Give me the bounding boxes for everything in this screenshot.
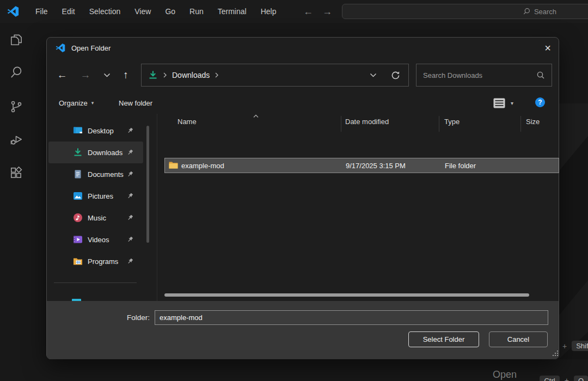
help-glyph: ? <box>538 99 542 106</box>
search-view-icon[interactable] <box>9 65 23 79</box>
pin-icon[interactable] <box>126 236 134 243</box>
pin-icon[interactable] <box>126 170 134 178</box>
address-dropdown-icon[interactable] <box>370 73 377 78</box>
dialog-search-box <box>416 64 552 87</box>
command-search-label: Search <box>534 8 556 16</box>
organize-button[interactable]: Organize ▾ <box>59 93 94 113</box>
view-mode-button[interactable]: ▾ <box>493 93 513 113</box>
downloads-location-icon <box>148 70 158 80</box>
column-header-type[interactable]: Type <box>444 118 460 126</box>
sidebar-item-label: Pictures <box>88 192 113 200</box>
plus-separator: + <box>565 376 569 381</box>
close-icon[interactable]: × <box>538 38 557 58</box>
details-view-icon <box>493 98 505 108</box>
open-file-label[interactable]: Open File <box>493 369 535 381</box>
sidebar-item-music[interactable]: Music <box>48 207 143 229</box>
sidebar-item-documents[interactable]: Documents <box>48 163 143 185</box>
nav-up-icon[interactable]: ↑ <box>119 64 133 87</box>
breadcrumb-downloads[interactable]: Downloads <box>172 71 210 79</box>
menu-terminal[interactable]: Terminal <box>211 0 254 23</box>
search-downloads-input[interactable] <box>416 71 536 79</box>
sidebar-item-desktop[interactable]: Desktop <box>48 120 143 142</box>
refresh-icon[interactable] <box>390 70 401 81</box>
history-forward-icon[interactable]: → <box>320 0 334 23</box>
menu-help[interactable]: Help <box>254 0 284 23</box>
sidebar-item-label: Videos <box>88 236 109 244</box>
open-folder-dialog: Open Folder × ← → ↑ Downloads <box>46 37 559 359</box>
activity-bar <box>0 23 33 381</box>
column-separator[interactable] <box>341 116 341 132</box>
nav-forward-icon[interactable]: → <box>78 64 93 87</box>
menu-selection[interactable]: Selection <box>82 0 128 23</box>
help-button[interactable]: ? <box>535 97 545 107</box>
welcome-shortcut-partial: + Shif <box>562 341 588 351</box>
nav-recent-chevron-icon[interactable] <box>100 64 114 87</box>
chevron-right-icon <box>163 72 167 78</box>
command-search-box[interactable]: Search <box>342 4 588 19</box>
kbd-ctrl: Ctrl <box>540 376 559 381</box>
chevron-down-icon: ▾ <box>511 100 513 106</box>
pin-icon[interactable] <box>126 257 134 265</box>
resize-grip[interactable] <box>552 349 559 357</box>
sidebar-item-downloads[interactable]: Downloads <box>48 142 143 163</box>
folder-name-input[interactable] <box>155 310 548 325</box>
organize-label: Organize <box>59 99 88 107</box>
menu-bar: File Edit Selection View Go Run Terminal… <box>28 0 283 23</box>
nav-back-icon[interactable]: ← <box>55 64 69 87</box>
vscode-logo-icon <box>7 5 19 17</box>
column-separator[interactable] <box>439 116 439 132</box>
sort-ascending-icon[interactable] <box>253 114 259 118</box>
column-header-name[interactable]: Name <box>177 118 197 126</box>
sidebar-item-label: Desktop <box>88 127 114 135</box>
menu-run[interactable]: Run <box>182 0 211 23</box>
column-header-date-modified[interactable]: Date modified <box>345 118 389 126</box>
pin-icon[interactable] <box>126 214 134 222</box>
folder-icon <box>169 161 178 169</box>
sidebar-item-programs[interactable]: Programs <box>48 250 143 272</box>
new-folder-button[interactable]: New folder <box>119 93 152 113</box>
address-bar[interactable]: Downloads <box>141 64 409 87</box>
explorer-icon[interactable] <box>9 33 23 47</box>
run-debug-icon[interactable] <box>9 132 23 146</box>
vscode-watermark <box>559 103 588 359</box>
extensions-icon[interactable] <box>9 166 23 180</box>
file-date-modified: 9/17/2025 3:15 PM <box>346 162 406 170</box>
folder-field-label: Folder: <box>127 314 150 322</box>
file-row-example-mod[interactable]: example-mod 9/17/2025 3:15 PM File folde… <box>164 158 559 173</box>
menu-edit[interactable]: Edit <box>55 0 82 23</box>
chevron-right-icon[interactable] <box>215 72 219 78</box>
downloads-icon <box>73 148 83 157</box>
dialog-titlebar[interactable]: Open Folder × <box>47 38 559 58</box>
sidebar-item-label: Music <box>88 214 106 222</box>
sidebar-item-label: Downloads <box>88 149 122 157</box>
plus-separator: + <box>562 342 567 351</box>
column-header-size[interactable]: Size <box>526 118 540 126</box>
cancel-button[interactable]: Cancel <box>489 331 548 347</box>
menu-go[interactable]: Go <box>158 0 182 23</box>
search-icon <box>523 8 530 15</box>
screen: File Edit Selection View Go Run Terminal… <box>0 0 588 381</box>
file-name: example-mod <box>181 162 224 170</box>
sidebar-item-pictures[interactable]: Pictures <box>48 185 143 207</box>
menu-file[interactable]: File <box>28 0 55 23</box>
sidebar-divider <box>54 282 137 283</box>
history-back-icon[interactable]: ← <box>301 0 315 23</box>
kbd-shift: Shif <box>572 341 588 351</box>
source-control-icon[interactable] <box>9 100 23 114</box>
pin-icon[interactable] <box>126 149 134 156</box>
sidebar-scrollbar[interactable] <box>146 126 149 243</box>
horizontal-scrollbar[interactable] <box>164 293 529 297</box>
select-folder-label: Select Folder <box>423 335 465 343</box>
dialog-footer: Folder: Select Folder Cancel <box>47 301 559 359</box>
new-folder-label: New folder <box>119 99 152 107</box>
select-folder-button[interactable]: Select Folder <box>408 331 479 347</box>
menu-view[interactable]: View <box>127 0 158 23</box>
dialog-title: Open Folder <box>71 44 111 52</box>
kbd-o: O <box>574 376 588 381</box>
pin-icon[interactable] <box>126 192 134 200</box>
column-separator[interactable] <box>520 116 521 132</box>
music-icon <box>73 213 83 223</box>
pin-icon[interactable] <box>126 127 134 134</box>
search-icon[interactable] <box>536 71 545 79</box>
sidebar-item-videos[interactable]: Videos <box>48 229 143 250</box>
